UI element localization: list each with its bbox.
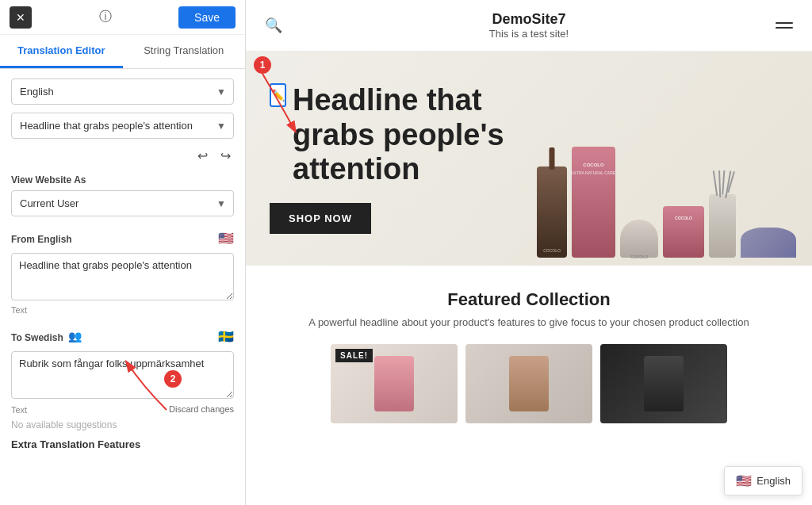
people-icon: 👥 [68, 330, 82, 342]
headline-edit-button[interactable]: ✏️ [270, 83, 286, 107]
language-dropdown-wrap: English Swedish French German ▼ [11, 78, 234, 105]
right-panel: 🔍 DemoSite7 This is a test site! 1 [246, 0, 812, 505]
featured-collection-title: Featured Collection [262, 289, 796, 310]
language-select[interactable]: English Swedish French German [11, 78, 234, 105]
site-title-block: DemoSite7 This is a test site! [282, 11, 776, 40]
tab-string-translation[interactable]: String Translation [123, 35, 246, 68]
hero-headline: Headline that grabs people's attention [293, 83, 571, 187]
view-as-select[interactable]: Current User Guest [11, 190, 234, 216]
site-subtitle: This is a test site! [282, 28, 776, 40]
from-english-section: From English 🇺🇸 Text [11, 226, 234, 315]
top-bar: ✕ ⓘ Save [0, 0, 245, 35]
english-language-badge[interactable]: 🇺🇸 English [724, 466, 802, 495]
product-bottles: COCOLO COCOLO ULTRA NATURAL CARE COCOLO … [537, 139, 812, 266]
hamburger-menu-icon[interactable] [776, 22, 793, 29]
shop-now-button[interactable]: SHOP NOW [270, 203, 371, 234]
product-card-3-image [600, 344, 727, 423]
to-swedish-textarea[interactable] [11, 351, 234, 399]
search-icon[interactable]: 🔍 [265, 17, 282, 34]
tab-translation-editor[interactable]: Translation Editor [0, 35, 123, 68]
site-header: 🔍 DemoSite7 This is a test site! [246, 0, 812, 52]
annotation-1-badge: 1 [254, 56, 271, 74]
undo-redo-bar: ↩ ↪ [11, 147, 234, 165]
from-label-row: From English 🇺🇸 [11, 226, 234, 250]
product-card-2-image [465, 344, 592, 423]
hero-content: ✏️ Headline that grabs people's attentio… [270, 83, 571, 234]
to-label-inner: To Swedish 👥 [11, 324, 82, 348]
sale-badge: SALE! [335, 349, 373, 362]
hero-banner: 1 ✏️ Headline that grabs people's attent… [246, 52, 812, 266]
from-english-textarea[interactable] [11, 253, 234, 300]
to-swedish-section: To Swedish 👥 🇸🇪 Text Discard changes No … [11, 324, 234, 430]
discard-changes-link[interactable]: Discard changes [169, 404, 234, 414]
redo-button[interactable]: ↪ [217, 147, 234, 165]
view-as-dropdown-wrap: Current User Guest ▼ [11, 190, 234, 216]
english-badge-flag: 🇺🇸 [736, 473, 752, 488]
extra-features-section: Extra Translation Features [11, 438, 234, 450]
site-name: DemoSite7 [282, 11, 776, 28]
hamburger-line-1 [776, 22, 793, 24]
english-badge-label: English [756, 475, 791, 487]
product-card-1: SALE! [331, 344, 458, 423]
to-label-row: To Swedish 👥 🇸🇪 [11, 324, 234, 348]
product-card-2 [465, 344, 592, 423]
string-select[interactable]: Headline that grabs people's attention [11, 113, 234, 139]
tabs-bar: Translation Editor String Translation [0, 35, 245, 69]
featured-description: A powerful headline about your product's… [291, 316, 767, 328]
string-dropdown-wrap: Headline that grabs people's attention ▼ [11, 113, 234, 139]
se-flag-icon: 🇸🇪 [218, 329, 234, 344]
save-button[interactable]: Save [178, 6, 236, 29]
product-card-3 [600, 344, 727, 423]
undo-button[interactable]: ↩ [194, 147, 211, 165]
us-flag-icon: 🇺🇸 [218, 231, 234, 246]
hamburger-line-2 [776, 27, 793, 29]
from-field-type: Text [11, 305, 234, 315]
extra-features-title: Extra Translation Features [11, 438, 234, 450]
to-field-type: Text [11, 405, 27, 415]
info-button[interactable]: ⓘ [94, 6, 117, 29]
from-english-label: From English [11, 234, 72, 245]
left-panel: ✕ ⓘ Save Translation Editor String Trans… [0, 0, 246, 505]
product-cards: SALE! [262, 344, 796, 423]
featured-section: Featured Collection A powerful headline … [246, 266, 812, 439]
view-website-as-section: View Website As Current User Guest ▼ [11, 174, 234, 216]
no-suggestions-label: No available suggestions [11, 419, 234, 430]
panel-content: English Swedish French German ▼ Headline… [0, 69, 245, 505]
annotation-2-badge: 2 [164, 370, 182, 388]
to-swedish-label: To Swedish [11, 332, 63, 343]
close-button[interactable]: ✕ [10, 6, 32, 29]
view-website-as-label: View Website As [11, 174, 234, 186]
